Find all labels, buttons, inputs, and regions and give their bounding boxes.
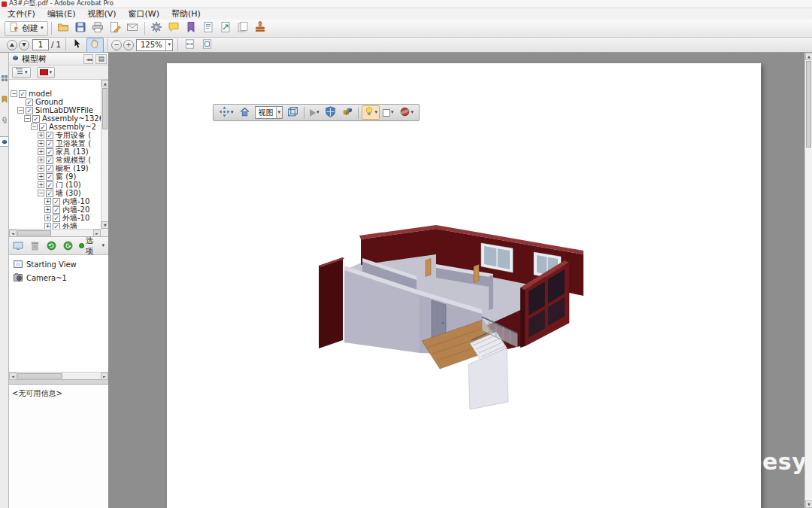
page-number-input[interactable]	[32, 39, 49, 50]
comment-button[interactable]	[165, 21, 183, 36]
views-options-button[interactable]: 选项 ▾	[77, 235, 106, 257]
views-grid-button[interactable]	[285, 105, 301, 120]
play-animation-button[interactable]: ▾	[308, 105, 322, 120]
refresh-views-button[interactable]	[61, 239, 74, 253]
tree-item[interactable]: +✓门 (10)	[9, 181, 101, 189]
tree-item-checkbox[interactable]: ✓	[46, 148, 53, 156]
tree-expander-toggle[interactable]: +	[38, 157, 44, 163]
tree-item-checkbox[interactable]: ✓	[53, 223, 60, 230]
document-area[interactable]: ▾ 视图 ▾ ▾	[110, 53, 812, 508]
delete-view-button[interactable]	[28, 239, 41, 253]
attachments-tab[interactable]	[0, 116, 8, 125]
projection-button[interactable]	[323, 105, 338, 120]
3d-model-canvas[interactable]	[316, 221, 594, 413]
tree-expander-toggle[interactable]: −	[11, 90, 17, 97]
cross-section-button[interactable]: ▾	[397, 105, 417, 120]
tree-item-checkbox[interactable]: ✓	[53, 214, 60, 222]
hand-tool-button[interactable]	[86, 38, 104, 53]
tree-expander-toggle[interactable]: −	[31, 123, 38, 130]
menu-item[interactable]: 编辑(E)	[41, 8, 82, 20]
zoom-level-select[interactable]: 125% ▾	[136, 39, 173, 51]
collapse-panel-button[interactable]: ◄◄	[83, 54, 93, 64]
create-view-button[interactable]	[11, 239, 25, 253]
create-button[interactable]: 创建 ▾	[5, 21, 48, 36]
menu-item[interactable]: 帮助(H)	[165, 8, 207, 20]
scroll-down-button[interactable]: ▼	[102, 221, 108, 229]
menu-item[interactable]: 窗口(W)	[123, 8, 165, 20]
zoom-out-button[interactable]: −	[111, 40, 122, 50]
zoom-in-button[interactable]: +	[123, 40, 134, 50]
tree-item[interactable]: +✓橱柜 (19)	[9, 164, 101, 172]
view-item[interactable]: Camera~1	[9, 271, 108, 284]
model-tree-tab[interactable]	[0, 137, 8, 146]
save-button[interactable]	[72, 21, 89, 36]
tree-item-checkbox[interactable]: ✓	[46, 140, 53, 148]
tree-item-checkbox[interactable]: ✓	[46, 190, 53, 197]
tree-item-checkbox[interactable]: ✓	[26, 99, 33, 106]
highlight-color-button[interactable]: ▾	[37, 67, 56, 78]
tree-expander-toggle[interactable]: +	[38, 148, 44, 155]
tree-expander-toggle[interactable]: +	[38, 181, 44, 188]
combine-files-button[interactable]	[235, 21, 252, 36]
tree-expander-toggle[interactable]: −	[24, 115, 31, 122]
tree-expander-toggle[interactable]: +	[38, 173, 44, 180]
tree-expander-toggle[interactable]: +	[38, 165, 44, 172]
tree-item-checkbox[interactable]: ✓	[46, 181, 53, 189]
export-pdf-button[interactable]	[217, 21, 235, 36]
fit-page-button[interactable]	[198, 38, 216, 53]
select-tool-button[interactable]	[69, 38, 86, 53]
scroll-right-button[interactable]: ►	[101, 373, 108, 380]
print-button[interactable]	[89, 21, 107, 36]
email-button[interactable]	[124, 21, 141, 36]
panel-splitter[interactable]	[9, 379, 108, 385]
tree-item[interactable]: −✓Assembly~1326	[9, 114, 101, 123]
scroll-right-button[interactable]: ►	[93, 230, 101, 237]
tree-item-checkbox[interactable]: ✓	[26, 107, 33, 114]
tree-vertical-scrollbar[interactable]: ▲ ▼	[101, 80, 108, 229]
tree-item-checkbox[interactable]: ✓	[19, 90, 26, 98]
tree-expander-toggle[interactable]: +	[44, 223, 51, 229]
model-render-mode-button[interactable]	[339, 105, 355, 120]
tree-horizontal-scrollbar[interactable]: ◄ ►	[9, 229, 101, 236]
tree-expander-toggle[interactable]: −	[17, 107, 24, 114]
bookmarks-tab[interactable]	[0, 95, 8, 104]
scroll-down-button[interactable]: ▼	[805, 500, 812, 508]
tree-item-checkbox[interactable]: ✓	[32, 115, 40, 123]
bookmark-button[interactable]	[183, 21, 200, 36]
menu-item[interactable]: 文件(F)	[2, 8, 41, 20]
edit-document-button[interactable]	[107, 21, 124, 36]
panel-options-button[interactable]: ▤	[95, 54, 107, 64]
tree-item-checkbox[interactable]: ✓	[46, 165, 53, 172]
background-color-button[interactable]: ▾	[380, 105, 396, 120]
tree-item-checkbox[interactable]: ✓	[39, 123, 47, 131]
menu-item[interactable]: 视图(V)	[81, 8, 122, 20]
extra-lighting-button[interactable]: ▾	[362, 105, 380, 120]
page-thumbnails-tab[interactable]	[0, 74, 8, 83]
fit-width-button[interactable]	[181, 38, 198, 53]
rotate-tool-button[interactable]: ▾	[217, 105, 236, 120]
tree-expander-toggle[interactable]: +	[38, 140, 44, 147]
scrollbar-thumb[interactable]	[102, 88, 108, 129]
previous-page-button[interactable]	[7, 40, 17, 50]
tree-item[interactable]: ✓Ground	[9, 98, 101, 106]
tree-item[interactable]: +✓窗 (9)	[9, 172, 101, 181]
tree-expander-toggle[interactable]: +	[44, 198, 51, 205]
scrollbar-thumb[interactable]	[17, 373, 62, 379]
next-page-button[interactable]	[19, 40, 29, 50]
tree-expander-toggle[interactable]: −	[38, 190, 44, 196]
tree-item-checkbox[interactable]: ✓	[46, 173, 53, 181]
scrollbar-thumb[interactable]	[17, 230, 51, 236]
document-scrollbar[interactable]: ▲ ▼	[804, 53, 812, 508]
views-horizontal-scrollbar[interactable]: ◄ ►	[9, 372, 108, 379]
update-views-button[interactable]	[44, 239, 58, 253]
tree-expander-toggle[interactable]: +	[44, 214, 51, 221]
scroll-up-button[interactable]: ▲	[805, 53, 812, 60]
view-select[interactable]: 视图 ▾	[255, 106, 283, 119]
tree-item-checkbox[interactable]: ✓	[53, 198, 60, 205]
open-file-button[interactable]	[55, 21, 72, 36]
tree-expander-toggle[interactable]: +	[44, 206, 51, 213]
tree-view-options-button[interactable]: ▾	[12, 67, 31, 78]
tree-item[interactable]: +✓外墙-10	[9, 214, 101, 222]
stamp-button[interactable]	[252, 21, 269, 36]
tree-expander-toggle[interactable]: +	[38, 132, 44, 138]
